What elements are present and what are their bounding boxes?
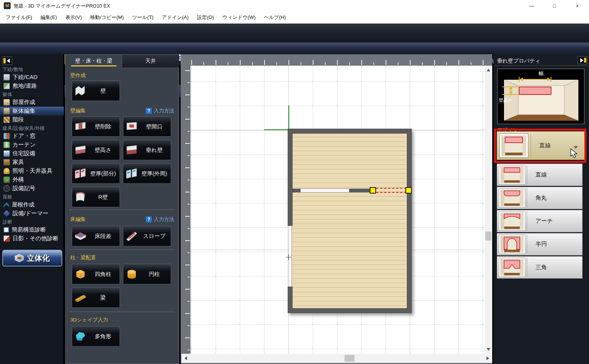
scroll-right-icon[interactable]: [487, 356, 489, 360]
round-pillar-button[interactable]: 円柱: [123, 264, 171, 284]
input-method-label: 入力方法: [154, 107, 174, 114]
menu-bar: ファイル(F) 編集(E) 表示(V) 移動/コピー(M) ツール(T) アドイ…: [0, 11, 589, 24]
slope-button[interactable]: スロープ: [123, 226, 171, 246]
app-logo-icon: M: [4, 2, 11, 9]
sidebar-item-roof-create[interactable]: 屋根作成: [0, 200, 64, 209]
menu-file[interactable]: ファイル(F): [2, 12, 36, 23]
sidebar-item-label: 家具: [13, 159, 24, 166]
square-pillar-button[interactable]: 四角柱: [72, 264, 120, 284]
sidebar-section-title: 診断: [3, 218, 12, 225]
sidebar-item-roof-equipment[interactable]: 設備/ドーマー: [0, 209, 64, 218]
wall-thickness-perimeter-button[interactable]: 壁厚(外周): [123, 163, 171, 184]
menu-help[interactable]: ヘルプ(H): [260, 12, 290, 23]
polygon-icon: [74, 331, 87, 342]
wall-opening-button[interactable]: 壁開口: [123, 116, 171, 137]
menu-window[interactable]: ウィンドウ(W): [218, 12, 260, 23]
diagram-right-wall: [564, 80, 578, 121]
close-button[interactable]: ×: [569, 0, 586, 11]
input-method-link[interactable]: ? 入力方法: [146, 216, 174, 223]
divider-wall-opening[interactable]: [301, 189, 349, 192]
stairs-icon: [3, 117, 10, 123]
design-option-straight[interactable]: 直線: [497, 164, 583, 186]
wall-right[interactable]: [407, 129, 412, 313]
wall-bottom[interactable]: [288, 308, 412, 313]
menu-move-copy[interactable]: 移動/コピー(M): [86, 12, 128, 23]
tab-ceiling[interactable]: 天井: [122, 55, 179, 68]
divider-wall-segment[interactable]: [293, 189, 301, 192]
scrollbar-thumb[interactable]: [345, 355, 354, 362]
solidify-3d-button[interactable]: 立体化: [2, 250, 62, 266]
sidebar-item-furniture[interactable]: 家具: [0, 158, 64, 167]
wall-opening-icon: [125, 121, 138, 132]
menu-settings[interactable]: 設定(O): [193, 12, 218, 23]
chevron-right-icon: [580, 58, 583, 63]
sidebar-item-room-create[interactable]: 部屋作成: [0, 98, 64, 107]
sidebar-item-label: 住宅設備: [13, 150, 35, 157]
scrollbar-thumb[interactable]: [485, 232, 491, 241]
sidebar-item-stairs[interactable]: 階段: [0, 115, 64, 124]
sidebar-item-curtain[interactable]: カーテン: [0, 140, 64, 149]
input-method-link[interactable]: ? 入力方法: [146, 107, 174, 114]
sidebar-item-structure-diagnosis[interactable]: 簡易構造診断: [0, 225, 64, 234]
hanging-wall-button[interactable]: 垂れ壁: [123, 140, 171, 160]
sidebar-item-label: 設備記号: [13, 185, 35, 192]
sidebar-collapse-button[interactable]: [2, 57, 12, 65]
sidebar-item-sketch-cad[interactable]: 下絵/CAD: [0, 73, 64, 82]
menu-view[interactable]: 表示(V): [61, 12, 86, 23]
floor-plan-canvas[interactable]: [181, 54, 492, 364]
design-option-semicircle[interactable]: 半円: [497, 233, 583, 255]
design-option-rounded[interactable]: 角丸: [497, 187, 583, 209]
wall-height-button[interactable]: 壁高さ: [72, 140, 120, 160]
section-floor-edit: 床編集: [70, 216, 86, 223]
wall-left-upper[interactable]: [288, 129, 293, 226]
divider-wall-segment[interactable]: [349, 189, 370, 192]
vertical-scrollbar[interactable]: [485, 66, 492, 354]
wall-delete-button[interactable]: 壁削除: [72, 116, 120, 137]
drawing-area[interactable]: [191, 66, 485, 354]
panel-title: 垂れ壁プロパティ: [497, 58, 540, 65]
panel-collapse-button[interactable]: [578, 56, 587, 64]
help-question-icon: ?: [146, 108, 152, 114]
beam-button[interactable]: 梁: [72, 287, 120, 308]
wall-left-lower[interactable]: [288, 287, 293, 313]
width-dimension-arrow: [519, 77, 551, 82]
width-label: 幅: [498, 70, 585, 77]
sidebar-item-lighting[interactable]: 照明・天井器具: [0, 167, 64, 175]
sidebar-item-door-window[interactable]: ドア・窓: [0, 132, 64, 140]
furniture-icon: [3, 159, 10, 165]
sidebar-item-site-road[interactable]: 敷地/道路: [0, 82, 64, 90]
maximize-button[interactable]: □: [546, 0, 563, 11]
r-wall-button[interactable]: R壁: [72, 187, 120, 207]
scroll-down-icon[interactable]: [487, 348, 490, 351]
wall-thickness-partial-button[interactable]: 壁厚(部分): [72, 163, 120, 184]
sidebar-item-exterior[interactable]: 外構: [0, 175, 64, 184]
crosshair-cursor: [288, 254, 289, 260]
horizontal-scrollbar[interactable]: [181, 354, 492, 363]
sidebar-item-label: 階段: [13, 116, 24, 123]
polygon-button[interactable]: 多角形: [72, 326, 120, 347]
selected-design-label: 直線: [539, 142, 551, 149]
menu-addin[interactable]: アドイン(A): [157, 12, 193, 23]
design-dropdown-selected[interactable]: 直線: [497, 131, 584, 160]
tool-label: 壁厚(部分): [89, 170, 120, 177]
scroll-left-icon[interactable]: [184, 356, 187, 360]
sidebar-item-frame-edit[interactable]: 躯体編集: [0, 107, 64, 115]
design-option-triangle[interactable]: 三角: [497, 256, 583, 279]
design-option-arch[interactable]: アーチ: [497, 210, 583, 232]
tab-wall-floor-pillar-beam[interactable]: 壁・床・柱・梁: [66, 55, 122, 68]
minimize-button[interactable]: —: [523, 0, 540, 11]
sidebar-item-housing-equipment[interactable]: 住宅設備: [0, 149, 64, 158]
sidebar-item-equipment-symbol[interactable]: 設備記号: [0, 184, 64, 193]
scroll-up-icon[interactable]: [487, 69, 490, 71]
wall-top[interactable]: [288, 129, 412, 134]
floor-step-button[interactable]: 床段差: [72, 226, 120, 246]
menu-edit[interactable]: 編集(E): [36, 12, 61, 23]
structure-check-icon: [3, 227, 9, 233]
wall-button[interactable]: 壁: [72, 80, 120, 101]
divider: [527, 188, 527, 208]
room-floor-plan[interactable]: [288, 129, 412, 313]
menu-tools[interactable]: ツール(T): [128, 12, 157, 23]
selection-handle[interactable]: [370, 187, 376, 194]
sidebar-item-shadow-diagnosis[interactable]: 日影・その他診断: [0, 234, 64, 243]
selection-handle[interactable]: [405, 187, 412, 194]
